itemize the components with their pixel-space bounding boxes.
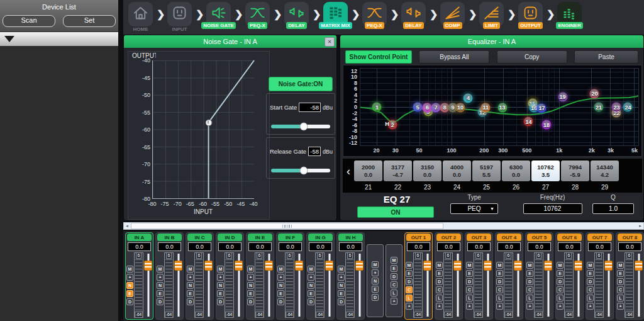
fader-handle[interactable] <box>204 261 213 271</box>
channel-button-d[interactable]: D <box>126 298 133 305</box>
bypass-all-button[interactable]: Bypass All <box>419 50 489 64</box>
slider-handle[interactable] <box>299 167 308 175</box>
channel-button-m[interactable]: M <box>338 266 345 273</box>
show-control-point-button[interactable]: Show Control Point <box>345 50 412 64</box>
toolbar-item-delay[interactable]: DELAY <box>280 2 313 29</box>
channel-gain-value[interactable]: 0.0 <box>279 242 302 251</box>
eq-band-cell[interactable]: 20000.0 <box>354 160 382 181</box>
eq-control-point-4[interactable]: 4 <box>464 93 473 103</box>
channel-button-m[interactable]: M <box>247 266 254 273</box>
eq-band-cell[interactable]: 31500.0 <box>413 160 441 181</box>
close-icon[interactable]: ✕ <box>325 37 335 47</box>
fader-handle[interactable] <box>235 261 243 271</box>
slider-handle[interactable] <box>299 123 308 131</box>
eq-control-point-21[interactable]: 21 <box>594 103 604 112</box>
copy-button[interactable]: Copy <box>497 50 567 64</box>
channel-button-e[interactable]: E <box>406 270 413 277</box>
channel-gain-value[interactable]: 0.0 <box>558 242 581 251</box>
fader-handle[interactable] <box>604 261 613 271</box>
equalizer-plot[interactable]: 12H3567891041211131415161718192021222324 <box>360 68 639 146</box>
channel-button-l[interactable]: L <box>617 295 624 301</box>
channel-button-+[interactable]: + <box>587 303 594 310</box>
channel-button-c[interactable]: C <box>436 286 443 293</box>
band-scroll-left-icon[interactable]: ‹ <box>343 160 354 182</box>
gate-param-slider[interactable] <box>271 125 330 128</box>
channel-gain-value[interactable]: 0.0 <box>158 242 181 251</box>
channel-button-d[interactable]: D <box>466 278 473 285</box>
channel-button-c[interactable]: C <box>466 286 473 293</box>
channel-button-m[interactable]: M <box>187 266 194 273</box>
channel-button-c[interactable]: C <box>587 286 594 293</box>
channel-gain-value[interactable]: 0.0 <box>437 242 460 251</box>
eq-control-point-24[interactable]: 24 <box>623 103 633 112</box>
channel-button-d[interactable]: D <box>436 278 443 285</box>
channel-button-n[interactable]: N <box>217 282 224 289</box>
channel-button-+[interactable]: + <box>391 298 397 305</box>
eq-band-cell[interactable]: 3177-4.7 <box>384 160 412 181</box>
eq-control-point-5[interactable]: 5 <box>413 103 423 112</box>
toolbar-item-matrix-mix[interactable]: MATRIX MIX <box>319 2 352 29</box>
channel-button-e[interactable]: E <box>187 290 194 297</box>
eq-control-point-23[interactable]: 23 <box>612 103 621 112</box>
fader-handle[interactable] <box>144 261 152 271</box>
fader-handle[interactable] <box>453 261 462 271</box>
channel-button-e[interactable]: E <box>587 270 594 277</box>
channel-fader[interactable] <box>544 252 552 318</box>
channel-fader[interactable] <box>574 252 582 318</box>
channel-button-+[interactable]: + <box>247 274 254 281</box>
channel-button-e[interactable]: E <box>436 270 443 277</box>
channel-gain-value[interactable]: 0.0 <box>528 242 551 251</box>
channel-button-+[interactable]: + <box>372 269 379 276</box>
channel-fader[interactable] <box>484 252 492 318</box>
channel-button-d[interactable]: D <box>277 298 284 305</box>
noise-gate-power-button[interactable]: Noise Gate:ON <box>269 77 333 91</box>
eq-control-point-19[interactable]: 19 <box>558 92 567 101</box>
channel-button-d[interactable]: D <box>617 278 624 285</box>
channel-button-d[interactable]: D <box>526 278 533 285</box>
set-button[interactable]: Set <box>63 15 116 27</box>
channel-button-d[interactable]: D <box>587 278 594 285</box>
channel-strip-out-8[interactable]: OUT 80.0MEDCL+6-64 <box>616 232 644 320</box>
channel-button-m[interactable]: M <box>308 266 314 273</box>
channel-button-m[interactable]: M <box>277 266 284 273</box>
channel-strip-out-7[interactable]: OUT 70.0MEDCL+6-64 <box>586 232 614 320</box>
channel-button-d[interactable]: D <box>338 298 345 305</box>
gate-threshold-handle[interactable] <box>205 119 212 126</box>
channel-fader[interactable] <box>635 252 643 318</box>
channel-gain-value[interactable]: 0.0 <box>218 242 242 251</box>
channel-button-l[interactable]: L <box>496 295 503 301</box>
channel-button-l[interactable]: L <box>526 295 533 301</box>
channel-button-m[interactable]: M <box>526 262 533 269</box>
channel-button-m[interactable]: M <box>157 266 164 273</box>
eq-on-button[interactable]: ON <box>357 206 434 218</box>
channel-gain-value[interactable]: 0.0 <box>497 242 521 251</box>
channel-button-+[interactable]: + <box>466 303 473 310</box>
channel-strip-in-a[interactable]: IN A0.0M+NED6-64 <box>125 232 153 320</box>
channel-button-+[interactable]: + <box>406 303 413 310</box>
channel-gain-value[interactable]: 0.0 <box>588 242 611 251</box>
channel-button-m[interactable]: M <box>466 262 473 269</box>
channel-button-e[interactable]: E <box>338 290 345 297</box>
eq-band-cell[interactable]: 63000.0 <box>502 160 530 181</box>
channel-button-d[interactable]: D <box>247 298 254 305</box>
channel-gain-value[interactable]: 0.0 <box>309 242 332 251</box>
channel-strip-out-5[interactable]: OUT 50.0MEDCL+6-64 <box>525 232 553 320</box>
eq-control-point-7[interactable]: 7 <box>431 103 441 112</box>
scroll-right-icon[interactable]: ▸ <box>637 223 643 229</box>
eq-band-cell[interactable]: 143404.2 <box>591 160 619 181</box>
toolbar-item-comp[interactable]: COMP <box>436 2 469 29</box>
channel-strip-in-e[interactable]: IN E0.0M+NED6-64 <box>246 232 274 320</box>
channel-button-+[interactable]: + <box>308 274 314 281</box>
channel-fader[interactable] <box>355 252 364 318</box>
toolbar-item-output[interactable]: OUTPUT <box>514 2 547 29</box>
channel-button-n[interactable]: N <box>338 282 345 289</box>
channel-button-m[interactable]: M <box>391 257 397 264</box>
fader-handle[interactable] <box>295 261 303 271</box>
gate-param-value[interactable]: -58 <box>308 147 321 156</box>
channel-button-e[interactable]: E <box>496 270 503 277</box>
channel-button-e[interactable]: E <box>247 290 254 297</box>
toolbar-item-home[interactable]: HOME <box>125 2 157 32</box>
channel-button-d[interactable]: D <box>308 298 314 305</box>
freq-input[interactable]: 10762 <box>523 203 582 214</box>
channel-button-+[interactable]: + <box>436 303 443 310</box>
